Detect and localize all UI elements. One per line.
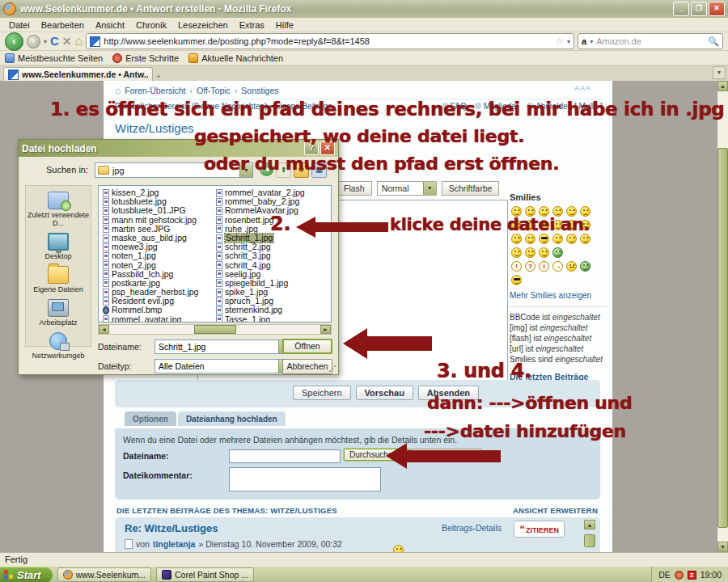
tab-attachment-upload[interactable]: Dateianhang hochladen bbox=[178, 411, 286, 426]
smiley-icon[interactable] bbox=[566, 234, 577, 244]
file-item[interactable]: rommel_avatar.jpg bbox=[103, 315, 216, 323]
file-item[interactable]: Rommel.bmp bbox=[103, 306, 216, 314]
scroll-down-icon[interactable]: ▼ bbox=[717, 542, 728, 552]
forward-button[interactable]: › bbox=[27, 35, 40, 48]
cancel-button[interactable]: Abbrechen bbox=[282, 359, 332, 374]
url-text[interactable]: http://www.seelenkummer.de/posting.php?m… bbox=[104, 36, 552, 46]
smiley-icon[interactable]: ? bbox=[525, 261, 535, 272]
bookmark-aktuelle-nachrichten[interactable]: Aktuelle Nachrichten bbox=[188, 53, 283, 63]
url-bar[interactable]: http://www.seelenkummer.de/posting.php?m… bbox=[86, 33, 574, 49]
bookmark-star-icon[interactable]: ☆ bbox=[555, 36, 564, 47]
scrollbar-thumb[interactable] bbox=[584, 534, 595, 547]
smiley-icon[interactable] bbox=[580, 234, 590, 244]
quote-button[interactable]: ZITIEREN bbox=[514, 521, 565, 538]
file-item[interactable]: Tasse_1.jpg bbox=[216, 315, 329, 323]
new-tab-button[interactable]: + bbox=[156, 72, 161, 81]
history-dropdown-icon[interactable]: ▾ bbox=[44, 38, 47, 45]
reload-button[interactable]: C bbox=[50, 33, 59, 49]
places-item-zuletzt-verwendete-d[interactable]: Zuletzt verwendete D... bbox=[26, 192, 91, 227]
dialog-filename-combo[interactable]: Schritt_1.jpg ▼ bbox=[154, 340, 292, 354]
smiley-icon[interactable] bbox=[511, 247, 522, 258]
restore-button[interactable]: ❐ bbox=[691, 2, 707, 16]
bookmark-meistbesuchte-seiten[interactable]: Meistbesuchte Seiten bbox=[5, 53, 103, 63]
menu-item-hilfe[interactable]: Hilfe bbox=[270, 19, 299, 32]
menu-item-datei[interactable]: Datei bbox=[3, 19, 36, 32]
search-icon[interactable]: 🔍 bbox=[708, 36, 719, 47]
url-dropdown-icon[interactable]: ▾ bbox=[567, 38, 570, 45]
smiley-icon[interactable] bbox=[566, 261, 577, 272]
smiley-icon[interactable]: i bbox=[539, 261, 549, 272]
smiley-icon[interactable] bbox=[539, 234, 549, 244]
smiley-icon[interactable]: → bbox=[552, 261, 563, 272]
dialog-filetype-combo[interactable]: Alle Dateien ▼ bbox=[154, 359, 292, 373]
file-item[interactable]: sternenkind.jpg bbox=[216, 306, 329, 314]
tab-list-dropdown-icon[interactable]: ▾ bbox=[713, 66, 726, 79]
file-item[interactable]: schritt_4.jpg bbox=[216, 261, 329, 270]
smiley-icon[interactable] bbox=[539, 247, 549, 258]
tab-seelenkummer[interactable]: www.Seelenkummer.de • Antw... bbox=[3, 67, 153, 81]
smiley-icon[interactable] bbox=[552, 234, 563, 244]
search-placeholder[interactable]: Amazon.de bbox=[596, 36, 705, 46]
stop-button[interactable]: ✕ bbox=[62, 35, 72, 48]
resize-grip[interactable] bbox=[328, 365, 336, 373]
smiley-icon[interactable] bbox=[580, 261, 590, 272]
minimize-button[interactable]: _ bbox=[673, 2, 689, 16]
chevron-down-icon[interactable]: ▼ bbox=[423, 182, 436, 195]
smiley-icon[interactable]: ! bbox=[511, 261, 522, 272]
horizontal-scrollbar[interactable]: ◄ ► bbox=[98, 324, 332, 335]
breadcrumb-link-sonstiges[interactable]: Sonstiges bbox=[241, 86, 278, 95]
filename-input[interactable] bbox=[229, 449, 341, 463]
search-engine-icon[interactable]: a bbox=[582, 36, 586, 46]
save-button[interactable]: Speichern bbox=[293, 386, 351, 400]
menu-item-ansicht[interactable]: Ansicht bbox=[90, 19, 130, 32]
smiley-icon[interactable] bbox=[511, 275, 522, 285]
font-size-select[interactable]: Normal ▼ bbox=[377, 181, 437, 196]
smiley-icon[interactable] bbox=[511, 234, 522, 244]
taskbar-task-www-seelenkum[interactable]: www.Seelenkum... bbox=[57, 567, 151, 582]
breadcrumb-link-off-topic[interactable]: Off-Topic bbox=[197, 86, 231, 95]
menu-item-lesezeichen[interactable]: Lesezeichen bbox=[172, 19, 234, 32]
file-item[interactable]: schritt_3.jpg bbox=[216, 251, 329, 260]
font-color-button[interactable]: Schriftfarbe bbox=[442, 181, 500, 196]
back-button[interactable]: ‹ bbox=[5, 32, 23, 51]
breadcrumb-link-foren-übersicht[interactable]: Foren-Übersicht bbox=[125, 86, 185, 95]
start-button[interactable]: Start bbox=[0, 567, 53, 582]
scrollbar-thumb[interactable] bbox=[194, 325, 236, 334]
places-item-eigene-dateien[interactable]: Eigene Dateien bbox=[26, 266, 91, 293]
preview-button[interactable]: Vorschau bbox=[356, 386, 413, 400]
flash-button[interactable]: Flash bbox=[336, 181, 372, 196]
zonealarm-icon[interactable]: Z bbox=[688, 571, 696, 580]
topic-review-scrollbar[interactable]: ▲ bbox=[584, 520, 595, 547]
file-item[interactable]: noten_2.jpg bbox=[103, 261, 216, 270]
taskbar-task-corel-paint-shop[interactable]: Corel Paint Shop ... bbox=[156, 567, 254, 582]
search-bar[interactable]: a ▾ Amazon.de 🔍 bbox=[578, 33, 723, 49]
scroll-up-icon[interactable]: ▲ bbox=[584, 520, 595, 529]
scroll-right-icon[interactable]: ► bbox=[320, 325, 331, 334]
smiley-icon[interactable] bbox=[525, 234, 535, 244]
file-list[interactable]: kissen_2.jpglotusbluete.jpglotusbluete_0… bbox=[98, 185, 332, 323]
font-size-widget[interactable]: AAA bbox=[574, 84, 591, 92]
scroll-left-icon[interactable]: ◄ bbox=[99, 325, 109, 334]
places-item-netzwerkumgeb[interactable]: Netzwerkumgeb bbox=[26, 332, 91, 360]
open-button[interactable]: Öffnen bbox=[282, 339, 332, 354]
post-details-link[interactable]: Beitrags-Details bbox=[442, 523, 502, 533]
post-title-link[interactable]: Re: Witze/Lustiges bbox=[125, 522, 218, 534]
smiley-icon[interactable] bbox=[525, 247, 535, 258]
search-engine-dropdown-icon[interactable]: ▾ bbox=[590, 38, 593, 45]
file-item[interactable]: lotusbluete_01.JPG bbox=[103, 206, 216, 215]
home-button[interactable]: ⌂ bbox=[75, 34, 83, 48]
menu-item-extras[interactable]: Extras bbox=[234, 19, 270, 32]
tab-options[interactable]: Optionen bbox=[125, 411, 176, 426]
places-item-desktop[interactable]: Desktop bbox=[26, 233, 91, 260]
more-smilies-link[interactable]: Mehr Smilies anzeigen bbox=[510, 291, 607, 300]
window-scrollbar[interactable]: ▲ ▼ bbox=[717, 81, 728, 552]
language-indicator[interactable]: DE bbox=[658, 570, 671, 580]
places-item-arbeitsplatz[interactable]: Arbeitsplatz bbox=[26, 299, 91, 327]
bookmark-erste-schritte[interactable]: Erste Schritte bbox=[112, 53, 179, 63]
scrollbar-thumb[interactable] bbox=[717, 148, 728, 528]
comment-textarea[interactable] bbox=[229, 467, 381, 491]
scroll-up-icon[interactable]: ▲ bbox=[717, 81, 728, 91]
tray-app-icon[interactable] bbox=[675, 571, 684, 580]
post-author-link[interactable]: tingletanja bbox=[153, 539, 196, 549]
menu-item-chronik[interactable]: Chronik bbox=[130, 19, 172, 32]
